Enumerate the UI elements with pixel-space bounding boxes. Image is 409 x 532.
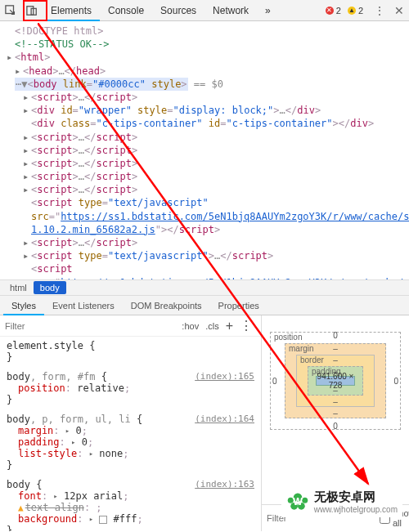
tab-console[interactable]: Console [100,0,152,21]
svg-line-3 [38,23,368,484]
tab-elements[interactable]: Elements [43,0,100,21]
warning-icon: ▲ [348,7,356,15]
warning-badge[interactable]: ▲2 [348,6,363,16]
tab-sources[interactable]: Sources [152,0,204,21]
close-icon[interactable]: ✕ [389,4,409,17]
tab-network[interactable]: Network [204,0,257,21]
error-icon: ✕ [326,7,334,15]
tab-more[interactable]: » [257,0,279,21]
inspect-element-button[interactable] [0,0,21,21]
kebab-menu-icon[interactable]: ⋮ [370,4,389,17]
device-icon [26,5,38,16]
panel-tabs: Elements Console Sources Network » [43,0,279,21]
device-toggle-button[interactable] [21,0,43,21]
cursor-box-icon [5,5,16,16]
crumb-html[interactable]: html [3,281,34,294]
devtools-toolbar: Elements Console Sources Network » ✕2 ▲2… [0,0,409,21]
tutorial-arrow [38,23,409,513]
svg-rect-1 [27,6,34,15]
error-badge[interactable]: ✕2 [326,6,341,16]
